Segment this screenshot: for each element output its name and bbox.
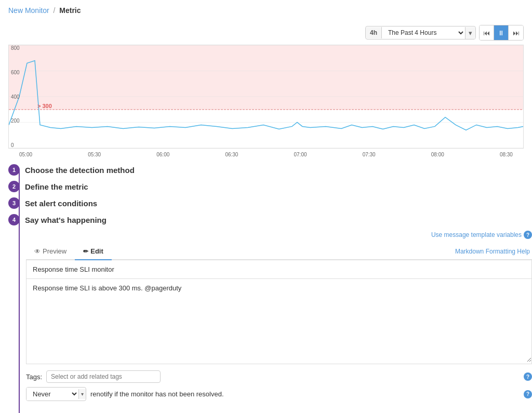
tab-edit-label: Edit xyxy=(90,247,103,255)
x-label-0: 05:00 xyxy=(19,152,32,157)
renotify-select-wrapper[interactable]: Never 5 minutes 10 minutes 30 minutes 1 … xyxy=(26,387,86,401)
message-editor: 👁 Preview ✏ Edit Markdown Formatting Hel… xyxy=(26,243,532,364)
preview-icon: 👁 xyxy=(34,248,41,255)
y-label-0: 0 xyxy=(11,142,20,148)
y-label-400: 400 xyxy=(11,94,20,100)
renotify-row: Never 5 minutes 10 minutes 30 minutes 1 … xyxy=(26,387,532,401)
renotify-select[interactable]: Never 5 minutes 10 minutes 30 minutes 1 … xyxy=(26,388,78,401)
step-2-circle: 2 xyxy=(8,181,20,192)
message-title-input[interactable] xyxy=(26,260,531,279)
renotify-arrow-icon: ▾ xyxy=(78,389,86,399)
y-label-600: 600 xyxy=(11,70,20,75)
step-4-circle: 4 xyxy=(8,214,20,225)
step-1[interactable]: 1 Choose the detection method xyxy=(0,164,532,176)
template-help-icon[interactable]: ? xyxy=(524,231,532,239)
step-2-label: Define the metric xyxy=(25,182,88,191)
playback-back-button[interactable]: ⏮ xyxy=(480,25,494,40)
x-label-2: 06:00 xyxy=(156,152,169,157)
section-4-content: Use message template variables ? 👁 Previ… xyxy=(26,231,532,413)
message-body-textarea[interactable]: Response time SLI is above 300 ms. @page… xyxy=(26,279,531,362)
steps-container: 1 Choose the detection method 2 Define t… xyxy=(0,164,532,413)
playback-controls: ⏮ ⏸ ⏭ xyxy=(479,25,524,41)
threshold-label: > 300 xyxy=(37,103,52,109)
edit-icon: ✏ xyxy=(83,248,88,255)
x-axis-labels: 05:00 05:30 06:00 06:30 07:00 07:30 08:0… xyxy=(9,152,523,157)
step-4[interactable]: 4 Say what's happening xyxy=(0,214,532,225)
step-4-label: Say what's happening xyxy=(25,216,107,224)
editor-tabs: 👁 Preview ✏ Edit Markdown Formatting Hel… xyxy=(26,243,532,260)
renotify-text: renotify if the monitor has not been res… xyxy=(90,390,224,398)
chart-svg: > 300 xyxy=(9,45,523,148)
tab-edit[interactable]: ✏ Edit xyxy=(75,243,112,260)
y-label-200: 200 xyxy=(11,118,20,124)
x-label-6: 08:00 xyxy=(431,152,444,157)
tab-preview[interactable]: 👁 Preview xyxy=(26,243,75,260)
time-range-selector[interactable]: 4h The Past 4 Hours ▾ xyxy=(365,26,476,39)
step-3-circle: 3 xyxy=(8,197,20,209)
time-select-arrow-icon: ▾ xyxy=(465,27,475,39)
breadcrumb-separator: / xyxy=(53,6,55,15)
message-area: Response time SLI is above 300 ms. @page… xyxy=(26,260,532,364)
step-3-label: Set alert conditions xyxy=(25,199,97,208)
tags-help-icon[interactable]: ? xyxy=(524,372,532,381)
tags-input[interactable] xyxy=(46,370,161,383)
x-label-5: 07:30 xyxy=(363,152,376,157)
metric-chart: > 300 800 600 400 200 0 05:00 05:30 06:0… xyxy=(8,45,524,149)
step-3[interactable]: 3 Set alert conditions xyxy=(0,197,532,209)
playback-pause-button[interactable]: ⏸ xyxy=(494,25,509,40)
markdown-link-container: Markdown Formatting Help xyxy=(112,243,532,259)
y-axis-labels: 800 600 400 200 0 xyxy=(10,45,21,148)
step-1-circle: 1 xyxy=(8,164,20,176)
breadcrumb-current: Metric xyxy=(59,6,81,15)
tags-label: Tags: xyxy=(26,373,42,381)
alert-zone xyxy=(9,45,523,110)
template-variables-link[interactable]: Use message template variables xyxy=(431,231,522,238)
renotify-help-icon[interactable]: ? xyxy=(524,390,532,398)
breadcrumb: New Monitor / Metric xyxy=(0,0,532,21)
playback-forward-button[interactable]: ⏭ xyxy=(509,25,523,40)
tags-row: Tags: ? xyxy=(26,370,532,383)
x-label-3: 06:30 xyxy=(225,152,238,157)
x-label-1: 05:30 xyxy=(88,152,101,157)
step-1-label: Choose the detection method xyxy=(25,166,135,175)
y-label-800: 800 xyxy=(11,45,20,51)
markdown-help-link[interactable]: Markdown Formatting Help xyxy=(455,248,530,255)
breadcrumb-link[interactable]: New Monitor xyxy=(8,6,49,15)
x-label-4: 07:00 xyxy=(294,152,307,157)
x-label-7: 08:30 xyxy=(500,152,513,157)
template-link-row: Use message template variables ? xyxy=(26,231,532,239)
chart-controls: 4h The Past 4 Hours ▾ ⏮ ⏸ ⏭ xyxy=(0,21,532,45)
step-2[interactable]: 2 Define the metric xyxy=(0,181,532,192)
time-label: 4h xyxy=(366,27,382,38)
tab-preview-label: Preview xyxy=(43,247,66,255)
time-range-select[interactable]: The Past 4 Hours xyxy=(382,26,465,39)
